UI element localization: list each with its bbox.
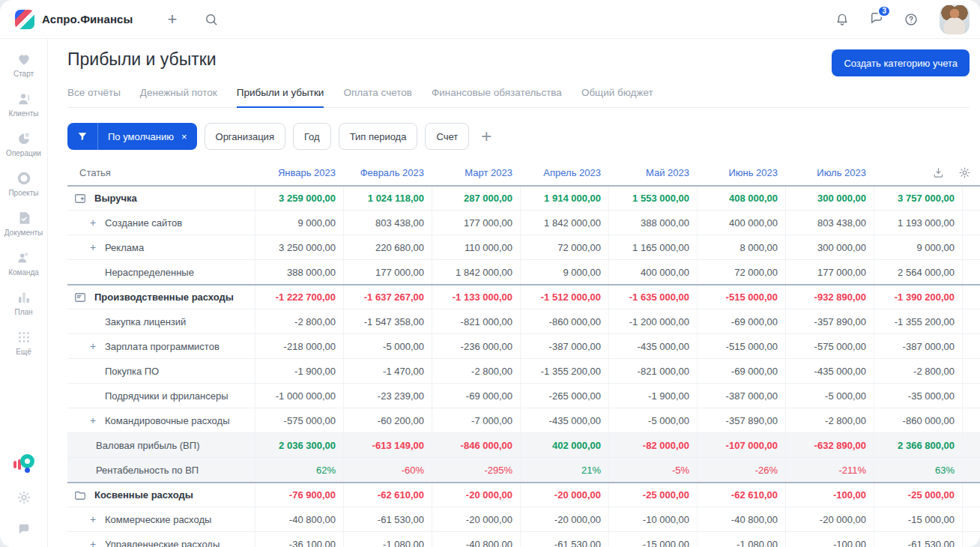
cell-value: -40 800,00 xyxy=(697,507,785,531)
row-label-text: Коммерческие расходы xyxy=(105,514,211,525)
table-row[interactable]: Валовая прибыль (ВП)2 036 300,00-613 149… xyxy=(67,432,980,457)
table-row[interactable]: Косвенные расходы-76 900,00-62 610,00-20… xyxy=(67,482,980,507)
expand-plus-icon[interactable]: + xyxy=(90,538,105,547)
row-overflow-sliver xyxy=(962,187,980,210)
row-overflow-sliver xyxy=(962,285,980,309)
expand-plus-icon[interactable]: + xyxy=(90,414,105,426)
cell-value: 1 165 000,00 xyxy=(608,235,697,259)
row-overflow-sliver xyxy=(962,384,980,408)
tab-финансовые-обязательства[interactable]: Финансовые обязательства xyxy=(432,84,562,107)
cell-value: -2 800,00 xyxy=(432,359,520,383)
cell-value: 1 553 000,00 xyxy=(608,187,697,210)
row-label: Валовая прибыль (ВП) xyxy=(67,433,255,457)
sidebar-item-план[interactable]: План xyxy=(1,286,46,319)
row-overflow-sliver xyxy=(962,260,980,284)
row-label: +Командировочные расходы xyxy=(67,408,255,432)
sidebar-item-старт[interactable]: Старт xyxy=(1,48,46,81)
bell-icon[interactable] xyxy=(835,12,850,27)
row-label: +Реклама xyxy=(67,235,255,259)
sidebar-nav: СтартКлиентыОперацииПроектыДокументыКома… xyxy=(1,48,46,359)
cell-value: -15 000,00 xyxy=(608,532,697,547)
expand-plus-icon[interactable]: + xyxy=(90,513,105,525)
filter-chip-счет[interactable]: Счет xyxy=(425,123,469,150)
cell-value: -515 000,00 xyxy=(697,285,785,309)
cell-value: 402 000,00 xyxy=(520,433,608,457)
expand-plus-icon[interactable]: + xyxy=(90,241,105,253)
tab-денежный-поток[interactable]: Денежный поток xyxy=(140,84,217,107)
cell-value: 1 842 000,00 xyxy=(432,260,520,284)
tab-общий-бюджет[interactable]: Общий бюджет xyxy=(581,84,653,107)
app-window: Аспро.Финансы + 3 СтартКлиентыОперацииПр… xyxy=(0,0,980,547)
cell-value: -35 000,00 xyxy=(874,384,962,408)
sidebar-item-операции[interactable]: Операции xyxy=(1,127,46,160)
table-row[interactable]: Нераспределенные388 000,00177 000,001 84… xyxy=(67,259,980,284)
folder-plus-icon[interactable] xyxy=(73,192,87,205)
sidebar-item-документы[interactable]: Документы xyxy=(1,207,46,240)
create-category-button[interactable]: Создать категорию учета xyxy=(832,49,970,76)
cell-value: -2 800,00 xyxy=(874,359,962,383)
cell-value: -1 637 267,00 xyxy=(343,285,432,309)
tab-все-отчёты[interactable]: Все отчёты xyxy=(67,84,121,107)
row-label-text: Валовая прибыль (ВП) xyxy=(96,440,199,451)
sidebar-item-проекты[interactable]: Проекты xyxy=(1,167,46,200)
folder-icon[interactable] xyxy=(73,489,87,502)
row-label-text: Производственные расходы xyxy=(94,291,234,303)
row-label: +Создание сайтов xyxy=(67,211,255,235)
filter-chip-год[interactable]: Год xyxy=(293,123,331,150)
filter-chip-организация[interactable]: Организация xyxy=(205,123,285,150)
expand-plus-icon[interactable]: + xyxy=(90,217,105,229)
cell-value: -20 000,00 xyxy=(785,507,874,531)
sidebar-item-команда[interactable]: Команда xyxy=(1,247,46,279)
table-row[interactable]: +Коммерческие расходы-40 800,00-61 530,0… xyxy=(67,507,980,531)
table-row[interactable]: Выручка3 259 000,001 024 118,00287 000,0… xyxy=(67,185,980,210)
cell-value: 388 000,00 xyxy=(608,211,697,235)
cell-value: 177 000,00 xyxy=(785,260,874,284)
settings-icon[interactable] xyxy=(16,490,31,505)
sidebar-item-клиенты[interactable]: Клиенты xyxy=(1,88,46,121)
cell-value: -69 000,00 xyxy=(697,309,785,333)
add-filter-icon[interactable]: + xyxy=(481,127,491,145)
app-title: Аспро.Финансы xyxy=(42,13,133,25)
table-header: Статья Январь 2023Февраль 2023Март 2023А… xyxy=(67,160,980,185)
row-label: Выручка xyxy=(67,187,255,210)
table-row[interactable]: Производственные расходы-1 222 700,00-1 … xyxy=(67,284,980,309)
table-row[interactable]: +Командировочные расходы-575 000,00-60 2… xyxy=(67,408,980,432)
remove-filter-icon[interactable]: × xyxy=(178,131,197,142)
tab-оплата-счетов[interactable]: Оплата счетов xyxy=(343,84,412,107)
table-settings-icon[interactable] xyxy=(958,166,971,179)
filter-chip-тип-периода[interactable]: Тип периода xyxy=(339,123,418,150)
quick-add-icon[interactable]: + xyxy=(167,11,177,28)
row-label: +Коммерческие расходы xyxy=(67,507,255,531)
table-row[interactable]: +Управленческие расходы-36 100,00-1 080,… xyxy=(67,531,980,547)
tab-прибыли-и-убытки[interactable]: Прибыли и убытки xyxy=(237,84,324,108)
funnel-icon[interactable] xyxy=(67,123,97,150)
cell-value: -387 000,00 xyxy=(874,334,962,358)
table-row[interactable]: +Создание сайтов9 000,00803 438,00177 00… xyxy=(67,210,980,235)
table-row[interactable]: Закупка лицензий-2 800,00-1 547 358,00-8… xyxy=(67,309,980,333)
cell-value: 1 193 000,00 xyxy=(874,211,962,235)
product-logo-icon[interactable] xyxy=(13,454,34,474)
cell-value: 2 036 300,00 xyxy=(255,433,343,457)
support-chat-icon[interactable] xyxy=(16,522,31,537)
cell-value: 3 250 000,00 xyxy=(255,235,343,259)
active-filter-label: По умолчанию xyxy=(98,131,178,142)
help-icon[interactable] xyxy=(904,12,919,27)
start-icon xyxy=(16,51,32,67)
table-row[interactable]: Покупка ПО-1 900,00-1 470,00-2 800,00-1 … xyxy=(67,358,980,383)
row-label-text: Подрядчики и фрилансеры xyxy=(105,390,229,402)
expand-plus-icon[interactable]: + xyxy=(90,340,105,352)
cell-value: -15 000,00 xyxy=(874,507,962,531)
column-header: Май 2023 xyxy=(608,160,697,185)
active-filter-chip[interactable]: По умолчанию × xyxy=(67,123,197,150)
doc-lines-icon[interactable] xyxy=(73,291,87,304)
table-row[interactable]: Подрядчики и фрилансеры-1 000 000,00-23 … xyxy=(67,383,980,408)
table-row[interactable]: Рентабельность по ВП62%-60%-295%21%-5%-2… xyxy=(67,457,980,482)
table-row[interactable]: +Зарплата программистов-218 000,00-5 000… xyxy=(67,333,980,358)
search-icon[interactable] xyxy=(204,12,219,27)
table-row[interactable]: +Реклама3 250 000,00220 680,00110 000,00… xyxy=(67,235,980,259)
sidebar-item-ещё[interactable]: Ещё xyxy=(1,326,46,359)
cell-value: -218 000,00 xyxy=(255,334,343,358)
avatar[interactable] xyxy=(940,4,970,34)
download-icon[interactable] xyxy=(932,166,945,179)
cell-value: 2 366 800,00 xyxy=(874,433,962,457)
